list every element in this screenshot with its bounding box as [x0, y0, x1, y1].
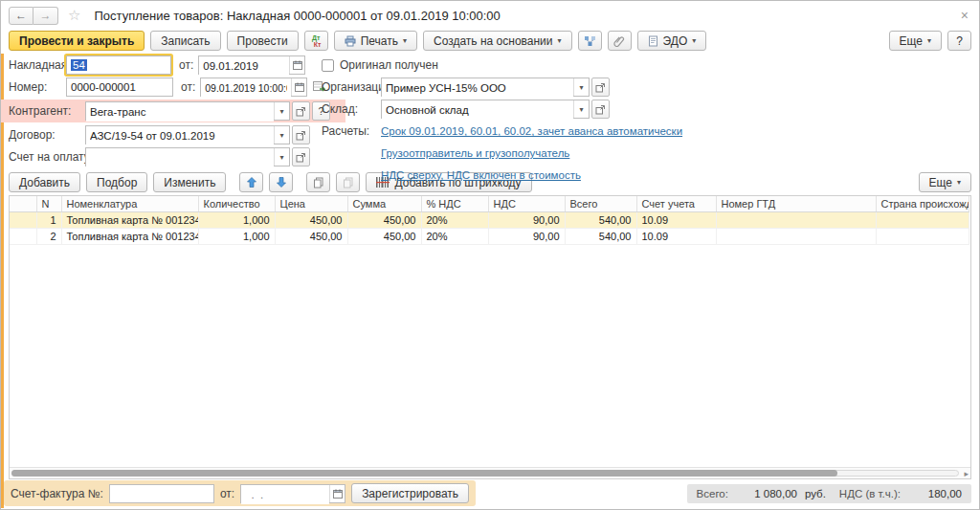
move-down-button[interactable] [269, 172, 293, 192]
column-header[interactable]: N [36, 196, 61, 212]
move-up-button[interactable] [239, 172, 263, 192]
items-grid[interactable]: NНоменклатураКоличествоЦенаСумма% НДСНДС… [9, 195, 971, 479]
register-invoice-button[interactable]: Зарегистрировать [351, 483, 469, 503]
open-organization-button[interactable] [591, 78, 610, 97]
table-cell[interactable]: 10.09 [636, 229, 716, 245]
post-button[interactable]: Провести [227, 31, 299, 51]
grid-more-button[interactable]: Еще▾ [919, 172, 971, 192]
favorite-star-icon[interactable]: ☆ [68, 7, 80, 24]
dropdown-icon[interactable]: ▾ [573, 100, 589, 118]
table-cell[interactable] [716, 212, 876, 229]
row-marker-cell[interactable] [10, 229, 36, 245]
table-cell[interactable]: 20% [421, 229, 488, 245]
horizontal-scrollbar[interactable]: ▸ [10, 467, 970, 478]
invoice-received-number-input[interactable] [109, 484, 214, 503]
related-documents-button[interactable] [578, 31, 602, 51]
open-contract-button[interactable] [292, 125, 310, 144]
consignor-consignee-link[interactable]: Грузоотправитель и грузополучатель [381, 147, 569, 159]
table-cell[interactable]: 90,00 [488, 229, 565, 245]
table-row[interactable]: 2Топливная карта № 0012348991,000450,004… [10, 229, 969, 245]
dropdown-icon[interactable]: ▾ [274, 102, 289, 120]
invoice-number-input[interactable]: 54 [66, 55, 171, 75]
calendar-icon[interactable] [329, 485, 345, 502]
open-icon [595, 82, 606, 93]
table-cell[interactable]: 1,000 [198, 229, 275, 245]
column-header[interactable]: Всего [565, 196, 636, 212]
attachments-button[interactable] [608, 31, 632, 51]
vat-mode-link[interactable]: НДС сверху, НДС включен в стоимость [381, 169, 581, 181]
column-header[interactable]: Счет учета [636, 196, 716, 212]
open-payment-account-button[interactable] [292, 147, 310, 166]
column-header[interactable]: Номенклатура [61, 196, 198, 212]
column-header[interactable]: Сумма [347, 196, 421, 212]
add-row-button[interactable]: Добавить [9, 172, 80, 192]
table-cell[interactable]: 1 [36, 212, 61, 229]
table-row[interactable]: 1Топливная карта № 0012348981,000450,004… [10, 212, 969, 229]
organization-input[interactable] [382, 78, 573, 98]
main-toolbar: Провести и закрыть Записать Провести ДтК… [1, 30, 979, 54]
show-postings-button[interactable]: ДтКт [304, 31, 328, 51]
more-button[interactable]: Еще▾ [889, 31, 942, 51]
table-cell[interactable]: 450,00 [347, 212, 421, 229]
back-button[interactable]: ← [9, 7, 33, 25]
column-header[interactable]: Количество [198, 196, 275, 212]
table-cell[interactable]: Топливная карта № 001234899 [61, 229, 198, 245]
table-cell[interactable]: 20% [421, 212, 488, 229]
payment-account-input[interactable] [86, 148, 274, 167]
pick-button[interactable]: Подбор [86, 172, 147, 192]
close-icon[interactable]: × [958, 8, 971, 23]
document-number-input[interactable] [66, 78, 173, 97]
save-button[interactable]: Записать [150, 31, 220, 51]
invoice-received-date-input[interactable] [241, 485, 329, 504]
column-header[interactable]: Цена [275, 196, 347, 212]
warehouse-input[interactable] [382, 100, 573, 120]
row-marker-cell[interactable] [10, 212, 36, 229]
column-header[interactable]: НДС [488, 196, 565, 212]
dropdown-icon[interactable]: ▾ [274, 126, 289, 144]
create-based-on-button[interactable]: Создать на основании▾ [423, 31, 572, 51]
scrollbar-right-arrow-icon[interactable]: ▸ [964, 469, 969, 478]
forward-button[interactable]: → [33, 7, 58, 25]
table-cell[interactable]: 540,00 [565, 229, 636, 245]
counterparty-input[interactable] [86, 102, 274, 122]
table-cell[interactable]: 1,000 [198, 212, 275, 229]
calendar-icon[interactable] [291, 78, 306, 96]
settlements-terms-link[interactable]: Срок 09.01.2019, 60.01, 60.02, зачет ава… [381, 125, 682, 137]
invoice-date-input[interactable] [199, 56, 289, 76]
scrollbar-thumb[interactable] [11, 470, 837, 477]
table-cell[interactable] [716, 229, 876, 245]
dropdown-icon[interactable]: ▾ [573, 78, 589, 96]
table-cell[interactable]: 450,00 [275, 229, 347, 245]
footer: Счет-фактура №: от: Зарегистрировать Все… [4, 480, 971, 506]
organization-label: Организация: [322, 80, 381, 94]
table-cell[interactable]: 450,00 [275, 212, 347, 229]
edo-button[interactable]: ЭДО▾ [637, 31, 707, 51]
currency-label: руб. [805, 488, 826, 499]
calendar-icon[interactable] [289, 56, 304, 74]
dropdown-icon[interactable]: ▾ [274, 148, 289, 166]
caret-down-icon: ▾ [692, 36, 696, 45]
print-button[interactable]: Печать▾ [334, 31, 417, 51]
contract-input[interactable] [86, 126, 274, 145]
open-warehouse-button[interactable] [591, 100, 610, 119]
original-received-checkbox[interactable] [322, 59, 334, 72]
column-header[interactable]: % НДС [421, 196, 488, 212]
grid-empty-area[interactable] [10, 245, 970, 467]
table-cell[interactable]: 2 [36, 229, 61, 245]
edit-button[interactable]: Изменить [153, 172, 226, 192]
print-label: Печать [361, 34, 398, 48]
table-cell[interactable] [876, 229, 969, 245]
table-cell[interactable]: 10.09 [636, 212, 716, 229]
table-cell[interactable]: 450,00 [347, 229, 421, 245]
table-cell[interactable] [876, 212, 969, 229]
open-counterparty-button[interactable] [292, 101, 310, 121]
column-header[interactable]: Страна происхожден... [876, 196, 969, 212]
column-header[interactable]: Номер ГТД [716, 196, 876, 212]
document-datetime-input[interactable] [201, 78, 291, 98]
table-cell[interactable]: 540,00 [565, 212, 636, 229]
table-cell[interactable]: 90,00 [488, 212, 565, 229]
post-and-close-button[interactable]: Провести и закрыть [9, 31, 145, 51]
original-received-row[interactable]: Оригинал получен [322, 55, 682, 75]
help-button[interactable]: ? [947, 31, 971, 51]
table-cell[interactable]: Топливная карта № 001234898 [61, 212, 198, 229]
